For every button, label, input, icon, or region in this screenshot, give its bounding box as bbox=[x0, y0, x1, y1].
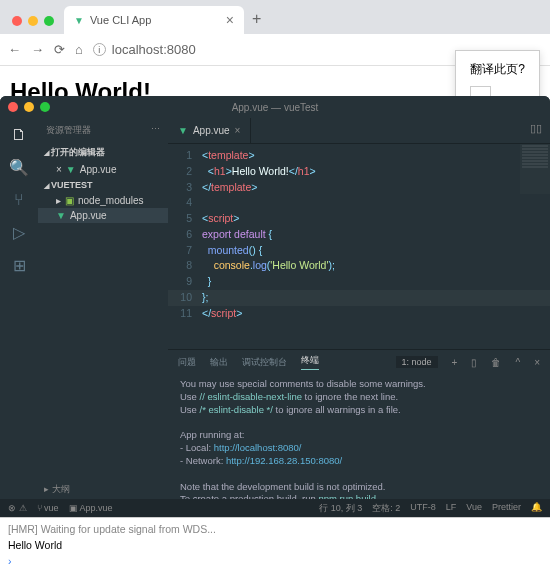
file-label: App.vue bbox=[70, 210, 107, 221]
status-file[interactable]: ▣ App.vue bbox=[69, 503, 113, 513]
maximize-dot[interactable] bbox=[44, 16, 54, 26]
close-file-icon[interactable]: × bbox=[56, 164, 62, 175]
status-prettier[interactable]: Prettier bbox=[492, 502, 521, 515]
chevron-right-icon: ▸ bbox=[56, 195, 61, 206]
close-tab-icon[interactable]: × bbox=[226, 12, 234, 28]
explorer-title: 资源管理器 ⋯ bbox=[38, 118, 168, 143]
project-section[interactable]: VUETEST bbox=[38, 177, 168, 193]
editor-titlebar: App.vue — vueTest bbox=[0, 96, 550, 118]
tab-debug[interactable]: 调试控制台 bbox=[242, 356, 287, 369]
explorer-more-icon[interactable]: ⋯ bbox=[151, 124, 160, 137]
status-lang[interactable]: Vue bbox=[466, 502, 482, 515]
browser-tab-strip: ▼ Vue CLI App × + bbox=[0, 0, 550, 34]
browser-window: ▼ Vue CLI App × + ← → ⟳ ⌂ i localhost:80… bbox=[0, 0, 550, 100]
activity-bar: 🗋 🔍 ⑂ ▷ ⊞ bbox=[0, 118, 38, 499]
term-line: You may use special comments to disable … bbox=[180, 378, 538, 391]
editor-close-dot[interactable] bbox=[8, 102, 18, 112]
panel-tabs: 问题 输出 调试控制台 终端 1: node + ▯ 🗑 ^ × bbox=[168, 350, 550, 374]
status-position[interactable]: 行 10, 列 3 bbox=[319, 502, 362, 515]
editor-tabs: ▼ App.vue × ▯▯ bbox=[168, 118, 550, 144]
console-line: Hello World bbox=[8, 538, 542, 554]
editor-body: 🗋 🔍 ⑂ ▷ ⊞ 资源管理器 ⋯ 打开的编辑器 × ▼ App.vue VUE… bbox=[0, 118, 550, 499]
vue-favicon: ▼ bbox=[74, 15, 84, 26]
console-prompt[interactable]: › bbox=[8, 554, 542, 570]
split-terminal-icon[interactable]: ▯ bbox=[471, 357, 477, 368]
minimap[interactable] bbox=[520, 144, 550, 194]
debug-icon[interactable]: ▷ bbox=[13, 223, 25, 242]
folder-label: node_modules bbox=[78, 195, 144, 206]
new-tab-button[interactable]: + bbox=[244, 10, 269, 34]
term-line: Use /* eslint-disable */ to ignore all w… bbox=[180, 404, 538, 417]
devtools-console[interactable]: [HMR] Waiting for update signal from WDS… bbox=[0, 517, 550, 577]
term-line: App running at: bbox=[180, 429, 538, 442]
folder-node-modules[interactable]: ▸ ▣ node_modules bbox=[38, 193, 168, 208]
forward-button[interactable]: → bbox=[31, 42, 44, 57]
status-branch[interactable]: ⑂ vue bbox=[37, 503, 59, 513]
split-editor-icon[interactable]: ▯▯ bbox=[522, 118, 550, 143]
browser-tab[interactable]: ▼ Vue CLI App × bbox=[64, 6, 244, 34]
status-errors[interactable]: ⊗ ⚠ bbox=[8, 503, 27, 513]
console-line: [HMR] Waiting for update signal from WDS… bbox=[8, 522, 542, 538]
new-terminal-icon[interactable]: + bbox=[452, 357, 458, 368]
tab-problems[interactable]: 问题 bbox=[178, 356, 196, 369]
term-line: Use // eslint-disable-next-line to ignor… bbox=[180, 391, 538, 404]
window-title: App.vue — vueTest bbox=[232, 102, 319, 113]
status-eol[interactable]: LF bbox=[446, 502, 457, 515]
tab-label: App.vue bbox=[193, 125, 230, 136]
code-editor[interactable]: 1<template> 2 <h1>Hello World!</h1> 3</t… bbox=[168, 144, 550, 349]
minimize-dot[interactable] bbox=[28, 16, 38, 26]
editor-main: ▼ App.vue × ▯▯ 1<template> 2 <h1>Hello W… bbox=[168, 118, 550, 499]
close-tab-icon[interactable]: × bbox=[235, 125, 241, 136]
vue-file-icon: ▼ bbox=[178, 125, 188, 136]
vue-file-icon: ▼ bbox=[66, 164, 76, 175]
sidebar: 资源管理器 ⋯ 打开的编辑器 × ▼ App.vue VUETEST ▸ ▣ n… bbox=[38, 118, 168, 499]
terminal-output[interactable]: You may use special comments to disable … bbox=[168, 374, 550, 499]
term-line: - Local: http://localhost:8080/ bbox=[180, 442, 538, 455]
close-dot[interactable] bbox=[12, 16, 22, 26]
traffic-lights bbox=[8, 16, 64, 34]
reload-button[interactable]: ⟳ bbox=[54, 42, 65, 57]
editor-tab[interactable]: ▼ App.vue × bbox=[168, 118, 251, 143]
status-spaces[interactable]: 空格: 2 bbox=[372, 502, 400, 515]
explorer-label: 资源管理器 bbox=[46, 124, 91, 137]
tab-output[interactable]: 输出 bbox=[210, 356, 228, 369]
explorer-icon[interactable]: 🗋 bbox=[11, 126, 27, 144]
file-app-vue[interactable]: ▼ App.vue bbox=[38, 208, 168, 223]
file-label: App.vue bbox=[80, 164, 117, 175]
status-encoding[interactable]: UTF-8 bbox=[410, 502, 436, 515]
status-bar: ⊗ ⚠ ⑂ vue ▣ App.vue 行 10, 列 3 空格: 2 UTF-… bbox=[0, 499, 550, 517]
back-button[interactable]: ← bbox=[8, 42, 21, 57]
tab-title: Vue CLI App bbox=[90, 14, 151, 26]
term-line: Note that the development build is not o… bbox=[180, 481, 538, 494]
term-line: - Network: http://192.168.28.150:8080/ bbox=[180, 455, 538, 468]
status-bell-icon[interactable]: 🔔 bbox=[531, 502, 542, 515]
trash-icon[interactable]: 🗑 bbox=[491, 357, 501, 368]
open-editor-item[interactable]: × ▼ App.vue bbox=[38, 162, 168, 177]
panel: 问题 输出 调试控制台 终端 1: node + ▯ 🗑 ^ × You may… bbox=[168, 349, 550, 499]
maximize-panel-icon[interactable]: ^ bbox=[515, 357, 520, 368]
search-icon[interactable]: 🔍 bbox=[9, 158, 29, 177]
scm-icon[interactable]: ⑂ bbox=[14, 191, 24, 209]
terminal-selector[interactable]: 1: node bbox=[396, 356, 438, 368]
extensions-icon[interactable]: ⊞ bbox=[13, 256, 26, 275]
outline-section[interactable]: 大纲 bbox=[38, 480, 76, 499]
home-button[interactable]: ⌂ bbox=[75, 42, 83, 57]
translate-prompt: 翻译此页? bbox=[470, 61, 525, 78]
site-info-icon[interactable]: i bbox=[93, 43, 106, 56]
term-line: To create a production build, run npm ru… bbox=[180, 493, 538, 499]
vscode-window: App.vue — vueTest 🗋 🔍 ⑂ ▷ ⊞ 资源管理器 ⋯ 打开的编… bbox=[0, 96, 550, 517]
vue-file-icon: ▼ bbox=[56, 210, 66, 221]
editor-min-dot[interactable] bbox=[24, 102, 34, 112]
editor-max-dot[interactable] bbox=[40, 102, 50, 112]
folder-icon: ▣ bbox=[65, 195, 74, 206]
open-editors-section[interactable]: 打开的编辑器 bbox=[38, 143, 168, 162]
url-text: localhost:8080 bbox=[112, 42, 196, 57]
close-panel-icon[interactable]: × bbox=[534, 357, 540, 368]
tab-terminal[interactable]: 终端 bbox=[301, 354, 319, 370]
